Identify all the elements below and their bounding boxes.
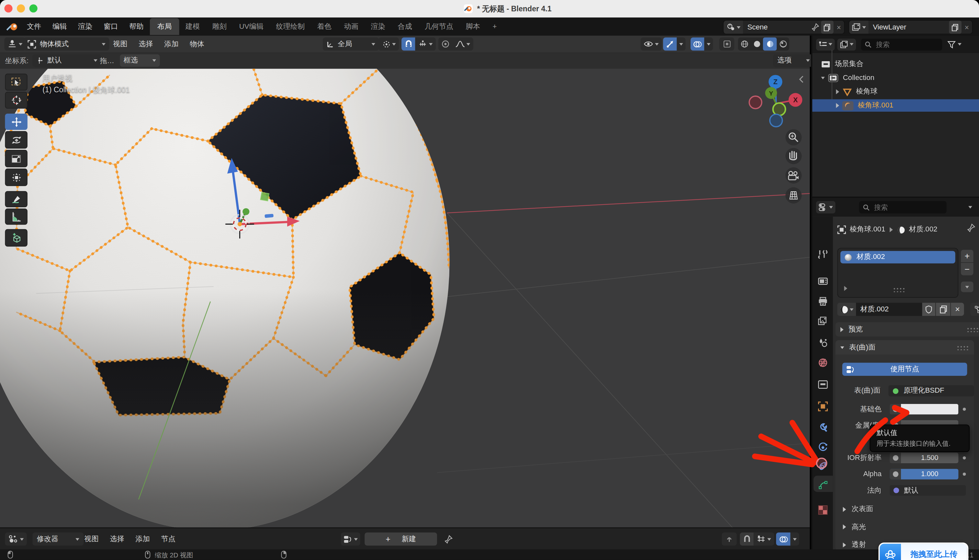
coord-system-dropdown[interactable]: 默认 [32,54,101,67]
menu-window[interactable]: 窗口 [98,23,123,30]
node-editor-type-button[interactable] [5,532,27,546]
slot-list-resize-grip[interactable] [893,287,906,292]
specular-panel-header[interactable]: 高光 [843,523,974,530]
tab-object[interactable] [818,402,828,412]
outliner-row-scene-collection[interactable]: 场景集合 [821,58,864,70]
tab-tool[interactable] [818,249,828,259]
tab-texture-paint[interactable]: 纹理绘制 [270,23,311,30]
proportional-editing-toggle[interactable] [439,38,452,50]
options-dropdown[interactable]: 选项 [773,54,814,67]
tool-rotate[interactable] [5,131,27,148]
pin-icon[interactable] [812,23,819,31]
shading-material-button[interactable] [763,38,777,50]
surface-shader-button[interactable]: 原理化BSDF [889,385,974,397]
outliner-display-mode-button[interactable] [837,38,856,50]
tool-cursor[interactable] [5,92,27,108]
slot-list-expand-icon[interactable] [844,286,847,291]
tool-select-box[interactable] [5,74,27,91]
properties-options-chevron[interactable] [968,206,972,208]
tab-output[interactable] [818,297,828,306]
tab-world[interactable] [818,358,828,368]
tab-uv-editing[interactable]: UV编辑 [233,23,270,30]
node-menu-node[interactable]: 节点 [155,535,181,543]
shading-solid-button[interactable] [751,38,763,50]
navigation-gizmo[interactable]: Z Y X [749,75,802,127]
shading-rendered-button[interactable] [777,38,789,50]
unlink-material-button[interactable]: × [951,303,964,316]
snap-toggle[interactable] [402,38,415,50]
viewport-nav-buttons[interactable] [786,129,802,203]
mode-dropdown[interactable]: 物体模式 [23,38,109,50]
tab-modifiers[interactable] [818,423,828,433]
subsurface-panel-header[interactable]: 次表面 [843,506,974,513]
scene-selector[interactable]: Scene × [723,20,845,34]
tab-shading[interactable]: 着色 [311,23,338,30]
expand-icon[interactable] [836,103,839,108]
editor-type-button[interactable] [4,38,25,50]
viewport-menu-object[interactable]: 物体 [184,40,210,48]
close-window-button[interactable] [4,4,12,12]
outliner-row-collection[interactable]: Collection [821,73,874,84]
tab-scene[interactable] [818,338,828,348]
pin-icon[interactable] [967,223,975,232]
tab-object-data[interactable] [818,480,828,490]
node-menu-add[interactable]: 添加 [130,535,155,543]
view-layer-selector[interactable]: ViewLayer × [849,20,973,34]
properties-search-input[interactable] [873,203,931,212]
alpha-slider[interactable]: 1.000 [890,469,958,479]
surface-panel-header[interactable]: 表(曲)面 [835,340,974,355]
node-group-icon-button[interactable] [341,532,360,546]
show-gizmo-toggle[interactable] [663,38,677,50]
node-snap-settings-dropdown[interactable] [754,532,774,546]
viewport-menu-add[interactable]: 添加 [158,40,184,48]
shading-wireframe-button[interactable] [738,38,751,50]
tool-measure[interactable] [5,208,27,225]
material-slot-specials-button[interactable] [961,282,974,292]
visibility-dropdown[interactable] [641,38,662,50]
xray-toggle[interactable] [719,38,734,50]
tool-annotate[interactable] [5,191,27,207]
node-overlays-toggle[interactable] [776,532,790,546]
animate-dot-icon[interactable] [963,408,966,411]
proportional-falloff-dropdown[interactable] [452,38,473,50]
pivot-point-dropdown[interactable] [379,38,399,50]
outliner-filter-button[interactable] [947,40,962,48]
tab-physics[interactable] [818,442,828,453]
material-slot-selected[interactable]: 材质.002 [841,251,956,263]
tab-rendering[interactable]: 渲染 [365,23,391,30]
expand-icon[interactable] [836,89,839,94]
viewport-canvas[interactable]: Z Y X 用户透视 (1) Collection | 棱 [0,68,810,527]
tab-sculpting[interactable]: 雕刻 [206,23,233,30]
tab-modeling[interactable]: 建模 [179,23,206,30]
use-nodes-button[interactable]: 使用节点 [842,363,967,376]
outliner-row-object2-selected[interactable]: 棱角球.001 [812,99,979,112]
menu-file[interactable]: 文件 [22,23,47,30]
gizmo-dropdown[interactable] [677,38,686,50]
tab-scripting[interactable]: 脚本 [459,23,486,30]
tab-geometry-nodes[interactable]: 几何节点 [418,23,459,30]
viewport-menu-select[interactable]: 选择 [133,40,158,48]
tab-layout[interactable]: 布局 [150,18,179,35]
ior-slider[interactable]: 1.500 [890,453,958,463]
node-overlays-dropdown[interactable] [791,532,799,546]
zoom-window-button[interactable] [30,4,38,12]
preview-panel-header[interactable]: 预览 [835,322,979,336]
normal-widget[interactable]: 默认 [890,485,966,496]
breadcrumb-material[interactable]: 材质.002 [909,226,937,233]
tab-texture[interactable] [818,505,828,515]
tab-view-layer[interactable] [818,317,828,326]
node-snap-toggle[interactable] [740,532,753,546]
show-overlays-toggle[interactable] [690,38,704,50]
animate-dot-icon[interactable] [963,473,966,476]
outliner-editor-type-button[interactable] [816,38,835,50]
node-menu-view[interactable]: 视图 [79,535,104,543]
tab-animation[interactable]: 动画 [338,23,365,30]
outliner-row-object1[interactable]: 棱角球 [836,86,877,97]
base-color-widget[interactable] [890,404,958,415]
material-name-field[interactable]: 材质.002 [856,303,922,316]
base-color-swatch[interactable] [901,404,958,415]
go-to-parent-node-button[interactable] [722,532,737,546]
minimize-window-button[interactable] [17,4,25,12]
tool-add-cube[interactable] [5,229,27,247]
tool-move[interactable] [5,113,27,130]
